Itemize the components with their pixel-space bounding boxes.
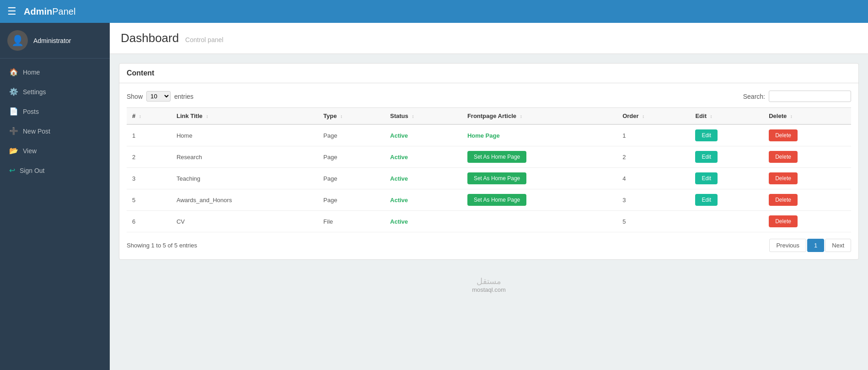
pagination: Previous 1 Next (769, 239, 851, 252)
sort-icon-status: ↕ (412, 114, 414, 119)
sidebar-label-settings: Settings (23, 88, 46, 96)
brand-bold: Admin (24, 6, 52, 16)
search-box: Search: (743, 91, 851, 102)
page-subtitle: Control panel (185, 36, 223, 43)
cell-link-title: Home (171, 124, 318, 146)
cell-status: Active (385, 211, 462, 232)
cell-delete: Delete (763, 168, 851, 189)
sidebar-username: Administrator (33, 37, 71, 44)
cell-status: Active (385, 146, 462, 168)
set-home-button[interactable]: Set As Home Page (467, 172, 526, 184)
cell-order: 3 (617, 189, 690, 211)
cell-order: 5 (617, 211, 690, 232)
cell-delete: Delete (763, 124, 851, 146)
cell-frontpage: Home Page (462, 124, 617, 146)
content-area: Dashboard Control panel Content Show 10 … (110, 23, 868, 370)
cell-num: 5 (127, 189, 171, 211)
panel-body: Show 10 25 50 100 entries Search: (119, 83, 858, 259)
cell-edit: Edit (690, 124, 763, 146)
sort-icon-type: ↕ (340, 114, 343, 119)
cell-type: Page (318, 168, 385, 189)
cell-edit: Edit (690, 146, 763, 168)
cell-num: 2 (127, 146, 171, 168)
new-post-icon: ➕ (9, 127, 18, 135)
edit-button[interactable]: Edit (695, 129, 718, 141)
cell-order: 1 (617, 124, 690, 146)
entries-select[interactable]: 10 25 50 100 (146, 91, 171, 102)
cell-status: Active (385, 189, 462, 211)
cell-num: 6 (127, 211, 171, 232)
page-header: Dashboard Control panel (110, 23, 868, 54)
cell-frontpage (462, 211, 617, 232)
sidebar-label-posts: Posts (23, 108, 39, 115)
sidebar-label-view: View (23, 147, 37, 155)
cell-type: File (318, 211, 385, 232)
delete-button[interactable]: Delete (769, 151, 798, 163)
cell-status: Active (385, 168, 462, 189)
sort-icon-order: ↕ (642, 114, 644, 119)
cell-order: 4 (617, 168, 690, 189)
cell-status: Active (385, 124, 462, 146)
home-icon: 🏠 (9, 68, 18, 76)
col-edit: Edit ↕ (690, 108, 763, 125)
cell-delete: Delete (763, 146, 851, 168)
sidebar-label-sign-out: Sign Out (20, 167, 44, 174)
settings-icon: ⚙️ (9, 87, 18, 96)
sidebar-label-new-post: New Post (23, 128, 50, 135)
footer-watermark: مستقل mostaql.com (110, 269, 868, 300)
sidebar-item-new-post[interactable]: ➕ New Post (0, 121, 110, 141)
delete-button[interactable]: Delete (769, 172, 798, 184)
sidebar-item-view[interactable]: 📂 View (0, 141, 110, 161)
delete-button[interactable]: Delete (769, 215, 798, 227)
next-button[interactable]: Next (825, 239, 851, 252)
panel-heading: Content (119, 64, 858, 83)
sort-icon-edit: ↕ (710, 114, 713, 119)
sort-icon-delete: ↕ (790, 114, 793, 119)
hamburger-icon[interactable]: ☰ (7, 5, 16, 17)
watermark-latin: mostaql.com (117, 286, 861, 293)
edit-button[interactable]: Edit (695, 151, 718, 163)
table-row: 3TeachingPageActiveSet As Home Page4Edit… (127, 168, 851, 189)
table-row: 1HomePageActiveHome Page1EditDelete (127, 124, 851, 146)
cell-type: Page (318, 124, 385, 146)
delete-button[interactable]: Delete (769, 194, 798, 206)
sort-icon-frontpage: ↕ (520, 114, 522, 119)
cell-link-title: Research (171, 146, 318, 168)
show-entries: Show 10 25 50 100 entries (127, 91, 193, 102)
edit-button[interactable]: Edit (695, 172, 718, 184)
cell-order: 2 (617, 146, 690, 168)
sidebar-item-posts[interactable]: 📄 Posts (0, 102, 110, 121)
cell-edit (690, 211, 763, 232)
set-home-button[interactable]: Set As Home Page (467, 151, 526, 163)
watermark-arabic: مستقل (117, 276, 861, 286)
posts-icon: 📄 (9, 107, 18, 116)
sidebar-nav: 🏠 Home ⚙️ Settings 📄 Posts ➕ New (0, 59, 110, 184)
edit-button[interactable]: Edit (695, 194, 718, 206)
cell-delete: Delete (763, 211, 851, 232)
page-1-button[interactable]: 1 (807, 239, 824, 252)
sidebar-item-sign-out[interactable]: ↩ Sign Out (0, 161, 110, 180)
content-panel: Content Show 10 25 50 100 entries (119, 63, 859, 260)
table-footer: Showing 1 to 5 of 5 entries Previous 1 N… (127, 239, 851, 252)
table-row: 2ResearchPageActiveSet As Home Page2Edit… (127, 146, 851, 168)
col-link-title: Link Title ↕ (171, 108, 318, 125)
previous-button[interactable]: Previous (769, 239, 806, 252)
search-label: Search: (743, 93, 765, 100)
cell-type: Page (318, 146, 385, 168)
sidebar-label-home: Home (23, 69, 40, 76)
search-input[interactable] (769, 91, 851, 102)
top-navbar: ☰ AdminPanel (0, 0, 868, 23)
cell-delete: Delete (763, 189, 851, 211)
main-layout: 👤 Administrator 🏠 Home ⚙️ Settings 📄 Pos… (0, 23, 868, 370)
cell-num: 1 (127, 124, 171, 146)
cell-frontpage: Set As Home Page (462, 168, 617, 189)
sidebar-item-settings[interactable]: ⚙️ Settings (0, 82, 110, 102)
sidebar-item-home[interactable]: 🏠 Home (0, 62, 110, 82)
cell-link-title: CV (171, 211, 318, 232)
set-home-button[interactable]: Set As Home Page (467, 194, 526, 206)
sidebar-user: 👤 Administrator (0, 23, 110, 59)
entries-label: entries (174, 93, 193, 100)
col-frontpage: Frontpage Article ↕ (462, 108, 617, 125)
delete-button[interactable]: Delete (769, 129, 798, 141)
sidebar: 👤 Administrator 🏠 Home ⚙️ Settings 📄 Pos… (0, 23, 110, 370)
